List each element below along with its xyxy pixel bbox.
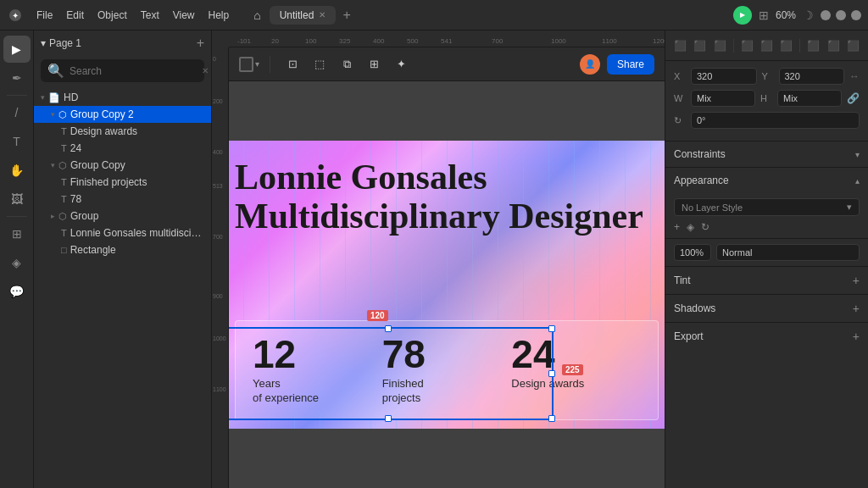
ruler-mark: 1000 [551,37,566,45]
menu-help[interactable]: Help [203,7,236,24]
tool-separator-1 [7,95,27,96]
opacity-input[interactable]: 100% [674,244,711,261]
image-tool[interactable]: 🖼 [3,186,31,213]
grid-icon[interactable]: ⊞ [759,8,769,22]
menu-file[interactable]: File [31,7,58,24]
transform-btn[interactable]: ⊞ [362,53,386,76]
zoom-selector[interactable]: 60% [776,9,796,21]
export-header[interactable]: Export + [665,323,868,350]
layer-item-finished-projects[interactable]: T Finished projects [34,174,211,191]
text-icon: T [61,143,67,153]
fill-dropdown-icon[interactable]: ▾ [255,59,259,69]
flip-icon[interactable]: ↔ [849,70,860,82]
close-button[interactable] [851,10,861,20]
h-input[interactable]: Mix [777,90,842,107]
search-clear-icon[interactable]: ✕ [202,66,209,75]
layer-item-lonnie-text[interactable]: T Lonnie Gonsales multidiscipl... [34,225,211,241]
constraints-section-header[interactable]: Constraints ▾ [665,141,868,167]
blend-mode-selector[interactable]: Normal [716,244,860,261]
layer-item-group-copy[interactable]: ▾ ⬡ Group Copy [34,157,211,174]
theme-icon[interactable]: ☽ [803,8,814,22]
menu-view[interactable]: View [167,7,201,24]
preview-btn[interactable]: ⊡ [281,53,304,76]
align-top-icon[interactable]: ⬛ [739,35,755,57]
home-icon[interactable]: ⌂ [248,6,265,25]
chevron-icon[interactable]: ▾ [41,93,45,102]
layer-style-label: No Layer Style [682,202,743,213]
add-export-icon[interactable]: + [853,330,860,343]
ruler-horizontal: -101 20 100 325 400 500 541 700 1000 110… [229,30,665,47]
layer-item-group-copy-2[interactable]: ▾ ⬡ Group Copy 2 [34,106,211,123]
component-tool[interactable]: ◈ [3,249,31,276]
comment-tool[interactable]: 💬 [3,278,31,305]
add-tint-icon[interactable]: + [853,274,860,287]
add-shadow-icon[interactable]: + [853,302,860,315]
add-page-button[interactable]: + [197,36,204,51]
current-tab[interactable]: Untitled ✕ [270,6,337,25]
appearance-chevron-icon[interactable]: ▴ [855,176,860,186]
minimize-button[interactable] [821,10,831,20]
align-left-icon[interactable]: ⬛ [672,35,688,57]
layer-style-dropdown-icon[interactable]: ▾ [847,202,852,213]
chevron-icon[interactable]: ▸ [51,212,55,220]
fill-square [239,57,253,72]
new-tab-button[interactable]: + [339,8,353,23]
align-bottom-icon[interactable]: ⬛ [778,35,794,57]
layer-item-group[interactable]: ▸ ⬡ Group [34,208,211,225]
menu-edit[interactable]: Edit [60,7,90,24]
search-icon: 🔍 [47,63,64,79]
share-button[interactable]: Share [607,54,654,75]
effect-btn[interactable]: ✦ [389,53,413,76]
align-middle-icon[interactable]: ⬛ [759,35,775,57]
ruler-mark: 0 [213,56,216,62]
clip-btn[interactable]: ⧉ [335,53,359,76]
y-label: Y [762,71,774,81]
layer-item-24[interactable]: T 24 [34,140,211,157]
chevron-icon[interactable]: ▾ [51,161,55,169]
more-align-icon[interactable]: ⬛ [845,35,861,57]
x-input[interactable]: 320 [691,68,757,85]
distribute-v-icon[interactable]: ⬛ [825,35,841,57]
layer-item-design-awards[interactable]: T Design awards [34,123,211,140]
appearance-section-header[interactable]: Appearance ▴ [665,167,868,193]
layer-item-rectangle[interactable]: □ Rectangle [34,241,211,258]
menu-object[interactable]: Object [92,7,133,24]
menu-text[interactable]: Text [135,7,165,24]
w-input[interactable]: Mix [691,90,755,107]
rotation-input[interactable]: 0° [691,112,860,129]
search-input[interactable] [70,65,197,77]
canvas-area[interactable]: -101 20 100 325 400 500 541 700 1000 110… [212,30,665,488]
refresh-style-icon[interactable]: ↻ [701,221,709,233]
layer-item-hd[interactable]: ▾ 📄 HD [34,89,211,106]
fill-indicator[interactable]: ▾ [239,54,259,75]
canvas-content: ▾ ⊡ ⬚ ⧉ ⊞ ✦ 👤 Share [229,47,665,488]
distribute-h-icon[interactable]: ⬛ [805,35,821,57]
line-tool[interactable]: / [3,99,31,126]
copy-style-icon[interactable]: ◈ [687,221,694,233]
align-right-icon[interactable]: ⬛ [712,35,728,57]
tint-header[interactable]: Tint + [665,267,868,294]
add-style-icon[interactable]: + [674,221,680,233]
mask-btn[interactable]: ⬚ [308,53,331,76]
constraints-title: Constraints [674,148,726,160]
layer-item-78[interactable]: T 78 [34,191,211,208]
hand-tool[interactable]: ✋ [3,157,31,184]
tab-close-icon[interactable]: ✕ [319,10,326,19]
chevron-icon[interactable]: ▾ [51,110,55,119]
align-center-icon[interactable]: ⬛ [692,35,708,57]
maximize-button[interactable] [836,10,846,20]
link-icon[interactable]: 🔗 [847,92,860,104]
shadows-header[interactable]: Shadows + [665,295,868,322]
design-frame[interactable]: Lonnie Gonsales Multidisciplinary Design… [229,141,665,429]
distance-badge-right: 225 [562,364,583,375]
artboard-tool[interactable]: ⊞ [3,220,31,247]
layer-style-box[interactable]: No Layer Style ▾ [674,198,860,216]
y-input[interactable]: 320 [779,68,845,85]
run-button[interactable] [733,6,752,25]
text-tool[interactable]: T [3,128,31,155]
panel-header: ▾ Page 1 + [34,30,211,56]
h-label: H [760,93,772,103]
select-tool[interactable]: ▶ [3,36,31,63]
constraints-chevron-icon[interactable]: ▾ [855,150,860,159]
pen-tool[interactable]: ✒ [3,64,31,92]
